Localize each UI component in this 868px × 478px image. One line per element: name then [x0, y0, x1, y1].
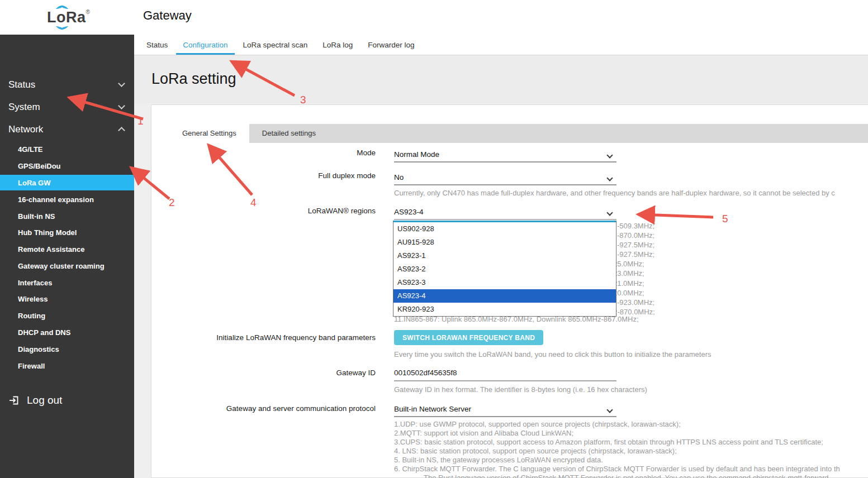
subtab-general-settings[interactable]: General Settings	[169, 124, 249, 143]
logout-button[interactable]: Log out	[8, 394, 62, 407]
sidebar-item-label: Interfaces	[18, 279, 52, 287]
sidebar-item-system[interactable]: System	[0, 99, 134, 116]
subtab-detailed-settings[interactable]: Detailed settings	[249, 124, 329, 143]
protocol-select-value: Built-in Network Server	[394, 405, 471, 413]
dropdown-option-as923-4-selected[interactable]: AS923-4	[393, 289, 616, 303]
page-header-band	[134, 55, 868, 103]
help-fragment: -927.5MHz;	[617, 240, 655, 250]
sidebar-item-wireless[interactable]: Wireless	[0, 291, 134, 307]
chevron-down-icon	[606, 175, 613, 181]
chevron-down-icon	[606, 209, 613, 216]
protocol-help-line: 3.CUPS: basic station protocol, support …	[394, 438, 840, 447]
sidebar-item-label: Remote Assistance	[18, 245, 84, 254]
logout-icon	[8, 395, 20, 406]
top-header: LoRa® Gateway	[0, 0, 868, 35]
help-fragment: 20.0MHz;	[613, 288, 655, 298]
dropdown-option-au915-928[interactable]: AU915-928	[393, 236, 616, 249]
lora-logo-waves-bottom-icon	[55, 26, 69, 32]
main-tabbar: Status Configuration LoRa spectral scan …	[134, 35, 868, 55]
sidebar-item-lora-gw[interactable]: LoRa GW	[0, 175, 134, 190]
app-title: Gateway	[143, 8, 192, 23]
sidebar-item-4g-lte[interactable]: 4G/LTE	[0, 141, 134, 157]
page-title: LoRa setting	[151, 70, 236, 88]
help-fragment: -509.3MHz;	[617, 221, 655, 231]
switch-lorawan-frequency-band-button[interactable]: SWITCH LORAWAN FREQUENCY BAND	[394, 330, 543, 345]
sidebar-item-built-in-ns[interactable]: Built-in NS	[0, 208, 134, 224]
sidebar-item-label: 4G/LTE	[18, 145, 43, 154]
init-band-label: Initialize LoRaWAN frequency band parame…	[168, 333, 376, 342]
tab-forwarder-log[interactable]: Forwarder log	[361, 35, 421, 55]
mode-select-value: Normal Mode	[394, 150, 439, 159]
sidebar-item-label: System	[8, 102, 40, 113]
sidebar-item-label: GPS/BeiDou	[18, 162, 61, 170]
sidebar-item-dhcp-and-dns[interactable]: DHCP and DNS	[0, 324, 134, 340]
sidebar-item-routing[interactable]: Routing	[0, 308, 134, 323]
logout-label: Log out	[27, 394, 62, 407]
sidebar-item-label: Diagnostics	[18, 345, 59, 353]
full-duplex-label: Full duplex mode	[168, 171, 376, 180]
sidebar-item-gps-beidou[interactable]: GPS/BeiDou	[0, 158, 134, 174]
full-duplex-select[interactable]: No	[394, 169, 616, 185]
lora-logo-text: LoRa®	[47, 9, 90, 26]
chevron-down-icon	[118, 102, 125, 109]
mode-label: Mode	[168, 149, 376, 157]
registered-mark: ®	[86, 9, 91, 15]
chevron-up-icon	[118, 127, 125, 134]
sidebar-item-diagnostics[interactable]: Diagnostics	[0, 341, 134, 357]
sidebar-item-firewall[interactable]: Firewall	[0, 358, 134, 374]
regions-select-value: AS923-4	[394, 208, 424, 216]
protocol-help-line: 4. LNS: basic station protocol, support …	[394, 447, 840, 456]
regions-help-clipped-text: -509.3MHz; -870.0MHz; -927.5MHz; -927.5M…	[617, 221, 655, 317]
sidebar-item-remote-assistance[interactable]: Remote Assistance	[0, 241, 134, 257]
chevron-down-icon	[606, 407, 613, 413]
help-fragment: 25.0MHz;	[613, 259, 655, 269]
sidebar-item-interfaces[interactable]: Interfaces	[0, 275, 134, 290]
mode-select[interactable]: Normal Mode	[394, 146, 616, 162]
tab-status[interactable]: Status	[140, 35, 174, 55]
settings-subtabs: General Settings Detailed settings	[169, 124, 868, 143]
sidebar-item-16-channel-expansion[interactable]: 16-channel expansion	[0, 192, 134, 207]
gateway-id-label: Gateway ID	[168, 369, 376, 377]
protocol-select[interactable]: Built-in Network Server	[394, 400, 616, 417]
sidebar-item-label: Wireless	[18, 295, 48, 303]
sidebar-item-network[interactable]: Network	[0, 121, 134, 138]
dropdown-option-as923-1[interactable]: AS923-1	[393, 249, 616, 262]
sidebar-item-label: Firewall	[18, 362, 45, 370]
init-band-help: Every time you switch the LoRaWAN band, …	[394, 350, 711, 358]
sidebar-item-label: Hub Thing Model	[18, 228, 77, 237]
dropdown-option-us902-928[interactable]: US902-928	[393, 222, 616, 236]
help-fragment: -923.0MHz;	[617, 298, 655, 307]
tab-lora-log[interactable]: LoRa log	[316, 35, 359, 55]
sidebar-item-label: Built-in NS	[18, 212, 55, 221]
full-duplex-help: Currently, only CN470 has made full-dupl…	[394, 189, 835, 197]
protocol-help-block: 1.UDP: use GWMP protocol, supported open…	[394, 420, 840, 478]
sidebar-item-hub-thing-model[interactable]: Hub Thing Model	[0, 224, 134, 240]
dropdown-option-as923-2[interactable]: AS923-2	[393, 262, 616, 276]
protocol-help-line: 5. Built-in NS, the gateway processes Lo…	[394, 456, 840, 465]
sidebar-item-status[interactable]: Status	[0, 77, 134, 93]
sidebar: Status System Network 4G/LTE GPS/BeiDou …	[0, 35, 134, 478]
lora-logo-waves-top-icon	[55, 3, 69, 9]
lora-gateway-config-page: LoRa® Gateway Status System Network 4G/L…	[0, 0, 868, 478]
tab-lora-spectral-scan[interactable]: LoRa spectral scan	[236, 35, 315, 55]
sidebar-item-label: Status	[8, 79, 35, 90]
lora-logo: LoRa®	[47, 4, 97, 31]
dropdown-option-kr920-923[interactable]: KR920-923	[393, 303, 616, 316]
gateway-id-help: Gateway ID in hex format. The identifier…	[394, 385, 647, 394]
dropdown-option-as923-3[interactable]: AS923-3	[393, 276, 616, 289]
sidebar-item-label: 16-channel expansion	[18, 195, 94, 204]
protocol-help-line: 1.UDP: use GWMP protocol, supported open…	[394, 420, 840, 429]
gateway-id-input[interactable]: 0010502df45635f8	[394, 365, 616, 381]
help-fragment: 23.0MHz;	[613, 269, 655, 278]
chevron-down-icon	[118, 80, 125, 87]
tab-configuration[interactable]: Configuration	[176, 35, 234, 55]
sidebar-item-label: DHCP and DNS	[18, 328, 70, 337]
protocol-help-line: 2.MQTT: support iot vision and Alibaba C…	[394, 429, 840, 438]
sidebar-item-label: Network	[8, 124, 43, 135]
regions-dropdown-list: US902-928 AU915-928 AS923-1 AS923-2 AS92…	[393, 221, 616, 317]
sidebar-item-gateway-cluster-roaming[interactable]: Gateway cluster roaming	[0, 258, 134, 274]
gateway-id-value: 0010502df45635f8	[394, 369, 457, 377]
help-fragment: -927.5MHz;	[617, 250, 655, 259]
regions-select[interactable]: AS923-4	[394, 203, 616, 220]
chevron-down-icon	[606, 152, 613, 158]
